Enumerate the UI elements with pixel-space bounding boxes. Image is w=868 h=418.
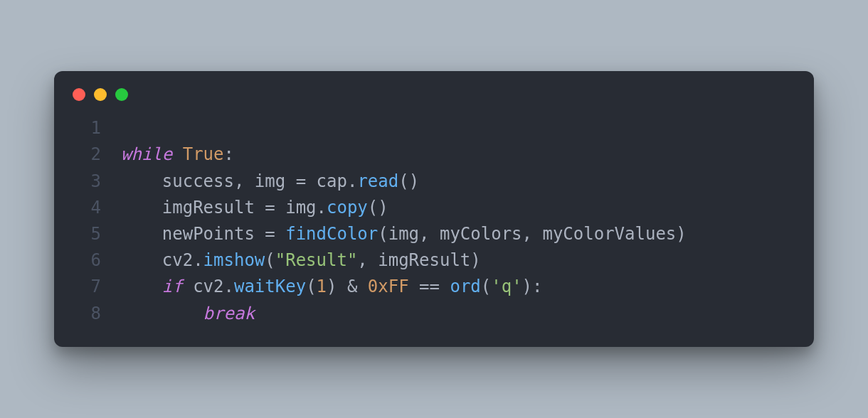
code-content: newPoints = findColor(img, myColors, myC… xyxy=(121,221,687,247)
line-number: 7 xyxy=(73,274,101,300)
close-icon[interactable] xyxy=(73,88,85,101)
code-line: 1 xyxy=(73,115,795,141)
code-line: 3 success, img = cap.read() xyxy=(73,168,795,195)
line-number: 6 xyxy=(73,247,101,274)
code-content: success, img = cap.read() xyxy=(121,168,419,195)
comma: , xyxy=(522,224,543,244)
dot: . xyxy=(347,171,357,191)
code-line: 6 cv2.imshow("Result", imgResult) xyxy=(73,247,795,274)
builtin-ord: ord xyxy=(450,277,480,296)
line-number: 5 xyxy=(73,221,101,247)
line-number: 2 xyxy=(73,141,101,168)
titlebar xyxy=(54,88,814,115)
lparen: ( xyxy=(378,224,388,244)
dot: . xyxy=(224,277,234,296)
identifier: imgResult xyxy=(162,198,255,218)
identifier: cv2 xyxy=(162,250,193,270)
minimize-icon[interactable] xyxy=(94,88,107,101)
dot: . xyxy=(193,250,203,270)
code-line: 5 newPoints = findColor(img, myColors, m… xyxy=(73,221,795,247)
lparen: ( xyxy=(481,277,491,296)
line-number: 3 xyxy=(73,168,101,195)
comma: , xyxy=(234,171,255,191)
identifier: myColorValues xyxy=(542,224,676,244)
keyword-while: while xyxy=(121,144,172,164)
code-line: 2 while True: xyxy=(73,141,795,168)
method-copy: copy xyxy=(327,198,368,218)
code-block[interactable]: 1 2 while True: 3 success, img = cap.rea… xyxy=(54,115,814,327)
comma: , xyxy=(419,224,440,244)
code-line: 4 imgResult = img.copy() xyxy=(73,195,795,221)
rparen: ) xyxy=(676,224,686,244)
identifier: myColors xyxy=(440,224,522,244)
parens: () xyxy=(368,198,388,218)
lparen: ( xyxy=(265,250,275,270)
function-findColor: findColor xyxy=(285,224,378,244)
string: "Result" xyxy=(275,250,358,270)
method-imshow: imshow xyxy=(203,250,265,270)
hex-literal: 0xFF xyxy=(368,277,409,296)
string: 'q' xyxy=(491,277,522,296)
assign: = xyxy=(255,224,285,244)
identifier: cap xyxy=(317,171,347,191)
keyword-if: if xyxy=(162,277,183,296)
rparen: ) xyxy=(327,277,337,296)
zoom-icon[interactable] xyxy=(115,88,128,101)
colon: : xyxy=(532,277,542,296)
code-content: if cv2.waitKey(1) & 0xFF == ord('q'): xyxy=(121,274,543,300)
line-number: 4 xyxy=(73,195,101,221)
parens: () xyxy=(398,171,419,191)
line-number: 8 xyxy=(73,301,101,327)
constant-true: True xyxy=(183,144,224,164)
eqeq: == xyxy=(409,277,450,296)
code-content: break xyxy=(121,301,255,327)
identifier: cv2 xyxy=(193,277,223,296)
identifier: img xyxy=(388,224,419,244)
number: 1 xyxy=(317,277,327,296)
identifier: success xyxy=(162,171,234,191)
identifier: imgResult xyxy=(378,250,470,270)
identifier: img xyxy=(255,171,285,191)
line-number: 1 xyxy=(73,115,101,141)
assign: = xyxy=(285,171,316,191)
code-content: cv2.imshow("Result", imgResult) xyxy=(121,247,481,274)
identifier: newPoints xyxy=(162,224,255,244)
code-content: while True: xyxy=(121,141,234,168)
keyword-break: break xyxy=(203,304,255,323)
bitand: & xyxy=(337,277,367,296)
code-line: 7 if cv2.waitKey(1) & 0xFF == ord('q'): xyxy=(73,274,795,300)
editor-window: 1 2 while True: 3 success, img = cap.rea… xyxy=(54,71,814,347)
rparen: ) xyxy=(470,250,480,270)
code-content: imgResult = img.copy() xyxy=(121,195,388,221)
dot: . xyxy=(317,198,327,218)
assign: = xyxy=(255,198,285,218)
identifier: img xyxy=(285,198,316,218)
rparen: ) xyxy=(522,277,532,296)
method-read: read xyxy=(357,171,398,191)
code-line: 8 break xyxy=(73,301,795,327)
method-waitKey: waitKey xyxy=(234,277,306,296)
comma: , xyxy=(357,250,378,270)
colon: : xyxy=(224,144,234,164)
lparen: ( xyxy=(306,277,316,296)
